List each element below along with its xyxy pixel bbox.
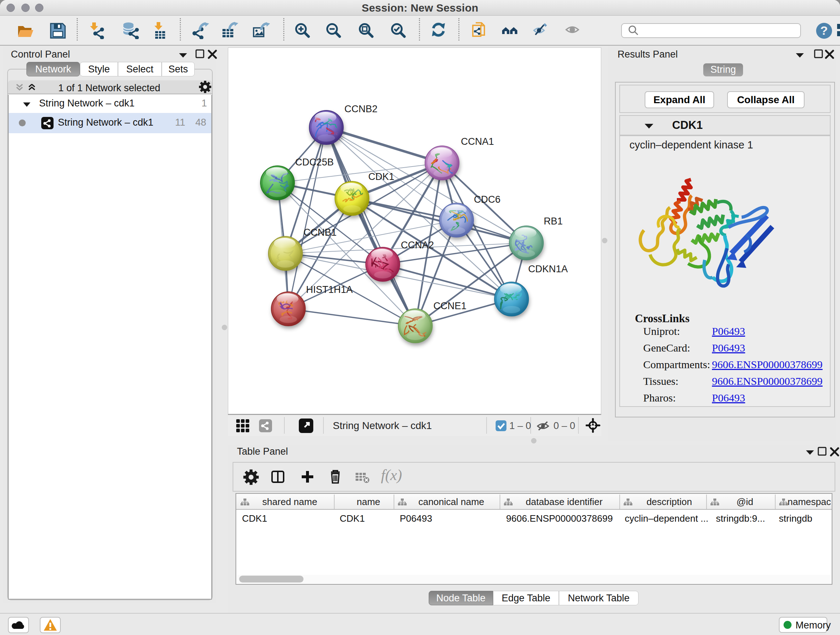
- svg-text:CCNB2: CCNB2: [344, 103, 378, 114]
- svg-text:CDK1: CDK1: [368, 171, 394, 182]
- svg-text:CCNE1: CCNE1: [433, 301, 467, 311]
- svg-text:CCNA2: CCNA2: [401, 240, 434, 250]
- svg-text:CDKN1A: CDKN1A: [528, 264, 568, 274]
- svg-text:CDC6: CDC6: [474, 194, 501, 205]
- svg-text:?: ?: [821, 24, 828, 37]
- svg-text:CCNB1: CCNB1: [303, 227, 337, 238]
- svg-text:HIST1H1A: HIST1H1A: [306, 284, 353, 295]
- svg-text:RB1: RB1: [544, 216, 563, 226]
- svg-text:CDC25B: CDC25B: [295, 157, 334, 168]
- svg-text:CCNA1: CCNA1: [461, 136, 494, 147]
